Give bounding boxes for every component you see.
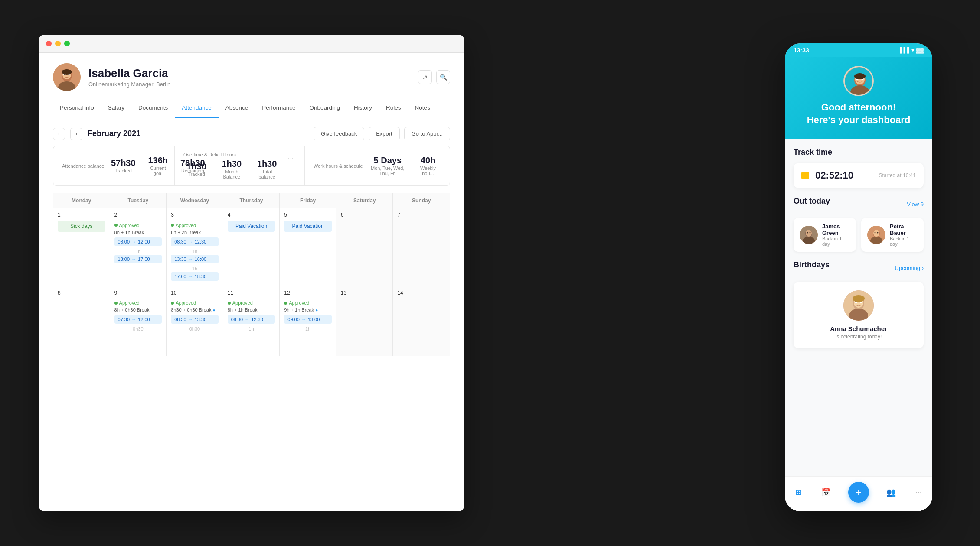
tab-roles[interactable]: Roles [379, 98, 408, 118]
profile-actions: ↗ 🔍 [418, 70, 450, 84]
profile-title: Onlinemarketing Manager, Berlin [88, 81, 410, 88]
petra-name: Petra Bauer [890, 223, 918, 236]
cell-feb-3[interactable]: 3 Approved 8h + 2h Break 08:30→12:30 1h … [167, 208, 223, 286]
tab-salary[interactable]: Salary [101, 98, 131, 118]
cell-feb-12[interactable]: 12 Approved 9h + 1h Break ● 09:00→13:00 … [280, 286, 336, 356]
work-hours-group: Work hours & schedule 5 Days Mon, Tue, W… [305, 146, 450, 185]
svg-point-38 [853, 295, 865, 302]
attendance-balance-group: Attendance balance 57h30 Tracked 136h Cu… [53, 146, 175, 185]
day-wednesday: Wednesday [167, 193, 223, 208]
mobile-greeting: Good afternoon! Here's your dashboard [794, 101, 924, 126]
signal-icon: ▐▐▐ [898, 47, 909, 53]
track-indicator [801, 172, 809, 179]
birthday-sub: is celebrating today! [802, 334, 915, 340]
cell-feb-10[interactable]: 10 Approved 8h30 + 0h30 Break ● 08:30→13… [167, 286, 223, 356]
cell-feb-2[interactable]: 2 Approved 8h + 1h Break 08:00→12:00 1h … [110, 208, 167, 286]
nav-team[interactable]: 👥 [886, 487, 896, 497]
tab-attendance[interactable]: Attendance [175, 98, 218, 118]
svg-point-28 [875, 232, 876, 234]
add-button[interactable]: + [848, 482, 869, 503]
svg-point-22 [807, 232, 808, 234]
ot-total-label: Total balance [254, 169, 280, 179]
go-to-approval-button[interactable]: Go to Appr... [404, 127, 450, 140]
tab-absence[interactable]: Absence [219, 98, 255, 118]
out-today-title: Out today [794, 197, 830, 206]
cell-feb-4[interactable]: 4 Paid Vacation [223, 208, 280, 286]
tab-history[interactable]: History [347, 98, 379, 118]
james-info: James Green Back in 1 day [822, 223, 850, 247]
goal-value: 136h [145, 156, 171, 166]
more-button[interactable]: ··· [286, 152, 296, 162]
cell-feb-7[interactable]: 7 [393, 208, 450, 286]
ot-tracked-label: Tracked [183, 172, 209, 177]
view-all-link[interactable]: View 9 [907, 201, 924, 208]
cell-feb-11[interactable]: 11 Approved 8h + 1h Break 08:30→12:30 1h [223, 286, 280, 356]
days-header: Monday Tuesday Wednesday Thursday Friday… [53, 193, 450, 208]
ot-month-label: Month Balance [218, 169, 245, 179]
upcoming-link[interactable]: Upcoming › [895, 265, 924, 271]
tracked-label: Tracked [110, 168, 136, 173]
profile-header: Isabella Garcia Onlinemarketing Manager,… [39, 53, 464, 98]
cell-feb-13[interactable]: 13 [336, 286, 393, 356]
tab-personal-info[interactable]: Personal info [53, 98, 101, 118]
export-button[interactable]: Export [369, 127, 400, 140]
maximize-button[interactable] [64, 41, 70, 46]
weekly-value: 40h [415, 156, 441, 166]
calendar-title: February 2021 [88, 129, 140, 138]
out-person-petra[interactable]: Petra Bauer Back in 1 day [861, 218, 924, 252]
nav-more[interactable]: ··· [913, 487, 924, 497]
birthday-card[interactable]: Anna Schumacher is celebrating today! [794, 282, 924, 348]
prev-month-button[interactable]: ‹ [53, 128, 65, 140]
attendance-balance-label: Attendance balance [62, 163, 104, 169]
day-friday: Friday [280, 193, 336, 208]
profile-name: Isabella Garcia [88, 67, 410, 80]
cell-feb-8[interactable]: 8 [53, 286, 110, 356]
cell-feb-5[interactable]: 5 Paid Vacation [280, 208, 336, 286]
svg-point-27 [873, 230, 879, 237]
birthdays-section: Birthdays Upcoming › [794, 260, 924, 348]
next-month-button[interactable]: › [70, 128, 82, 140]
birthdays-title: Birthdays [794, 260, 830, 270]
track-time-value: 02:52:10 [815, 170, 853, 181]
cell-feb-14[interactable]: 14 [393, 286, 450, 356]
mobile-nav: ⊞ 📅 + 👥 ··· [785, 476, 932, 511]
share-button[interactable]: ↗ [418, 70, 432, 84]
give-feedback-button[interactable]: Give feedback [314, 127, 364, 140]
birthdays-header: Birthdays Upcoming › [794, 260, 924, 276]
home-icon: ⊞ [794, 487, 804, 497]
days-value: 5 Days [369, 156, 406, 166]
cell-feb-1[interactable]: 1 Sick days [53, 208, 110, 286]
out-person-james[interactable]: James Green Back in 1 day [794, 218, 856, 252]
petra-avatar [867, 226, 885, 244]
tab-performance[interactable]: Performance [255, 98, 302, 118]
window-titlebar [39, 35, 464, 53]
tab-onboarding[interactable]: Onboarding [303, 98, 347, 118]
nav-home[interactable]: ⊞ [794, 487, 804, 497]
day-saturday: Saturday [336, 193, 393, 208]
birthday-name: Anna Schumacher [802, 325, 915, 332]
svg-point-17 [854, 73, 866, 79]
desktop-window: Isabella Garcia Onlinemarketing Manager,… [39, 35, 464, 511]
track-time-card[interactable]: 02:52:10 Started at 10:41 [794, 163, 924, 188]
minimize-button[interactable] [55, 41, 61, 46]
tab-notes[interactable]: Notes [408, 98, 437, 118]
cell-feb-6[interactable]: 6 [336, 208, 393, 286]
status-icons: ▐▐▐ ▾ ▓▓ [898, 47, 924, 53]
calendar-row-1: 1 Sick days 2 Approved 8h + 1h Break 08:… [53, 208, 450, 286]
calendar-grid: Monday Tuesday Wednesday Thursday Friday… [53, 193, 450, 356]
day-thursday: Thursday [223, 193, 280, 208]
overtime-label: Overtime & Deficit Hours [183, 152, 280, 157]
calendar-rows: 1 Sick days 2 Approved 8h + 1h Break 08:… [53, 208, 450, 356]
close-button[interactable] [46, 41, 52, 46]
cell-feb-9[interactable]: 9 Approved 8h + 0h30 Break 07:30→12:00 0… [110, 286, 167, 356]
wifi-icon: ▾ [911, 47, 914, 53]
out-today-header: Out today View 9 [794, 197, 924, 212]
search-button[interactable]: 🔍 [436, 70, 450, 84]
tab-documents[interactable]: Documents [131, 98, 175, 118]
nav-calendar[interactable]: 📅 [821, 487, 831, 497]
sick-days-label: Sick days [58, 221, 105, 232]
battery-icon: ▓▓ [916, 47, 924, 53]
svg-point-29 [877, 232, 879, 234]
more-icon: ··· [913, 487, 924, 497]
goal-label: Current goal [145, 166, 171, 176]
